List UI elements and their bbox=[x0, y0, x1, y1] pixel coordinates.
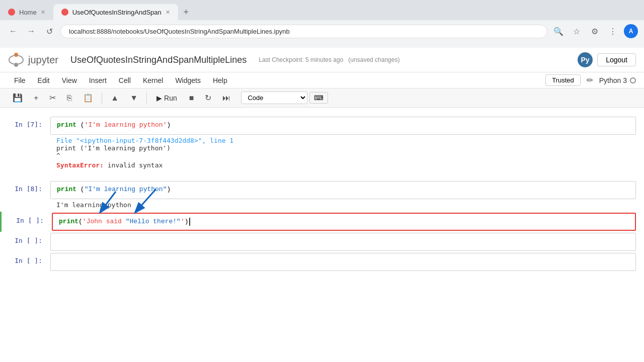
tab-notebook[interactable]: UseOfQuotesInStringAndSpan ✕ bbox=[53, 4, 178, 20]
save-icon: 💾 bbox=[13, 93, 23, 103]
menu-icon-btn[interactable]: ⋮ bbox=[606, 24, 620, 38]
bookmark-icon-btn[interactable]: ☆ bbox=[570, 24, 584, 38]
new-tab-button[interactable]: + bbox=[178, 4, 194, 20]
tab-home[interactable]: Home ✕ bbox=[0, 4, 53, 20]
cell-active-outer-quote: ' bbox=[83, 218, 87, 225]
cell-8-prompt: In [8]: bbox=[0, 181, 50, 211]
cell-7-output: File "<ipython-input-7-3f8f443d2dd8>", l… bbox=[50, 135, 636, 171]
cell-active-inner-text: Hello there! bbox=[129, 218, 177, 225]
arrow-up-icon: ▲ bbox=[111, 94, 119, 103]
cell-7-string: 'I'm learning python' bbox=[85, 121, 167, 129]
arrow-down-icon: ▼ bbox=[130, 94, 138, 103]
menu-insert[interactable]: Insert bbox=[83, 74, 113, 86]
tab-notebook-close[interactable]: ✕ bbox=[166, 9, 170, 16]
menu-file[interactable]: File bbox=[8, 74, 32, 86]
add-cell-button[interactable]: + bbox=[29, 91, 43, 105]
cell-8-keyword: print bbox=[57, 186, 76, 193]
paste-button[interactable]: 📋 bbox=[78, 90, 98, 105]
cell-8-output: I'm learning python bbox=[50, 199, 636, 211]
logout-button[interactable]: Logout bbox=[597, 53, 636, 66]
unsaved-text: (unsaved changes) bbox=[348, 56, 399, 63]
spacer-1 bbox=[0, 172, 644, 180]
svg-text:Py: Py bbox=[581, 56, 590, 64]
menu-cell[interactable]: Cell bbox=[113, 74, 137, 86]
fast-forward-icon: ⏭ bbox=[222, 94, 230, 103]
kernel-status-circle bbox=[630, 77, 636, 83]
run-button[interactable]: ▶ Run bbox=[151, 92, 183, 105]
jupyter-header: jupyter UseOfQuotesInStringAndSpanMultip… bbox=[0, 48, 644, 72]
cell-active-container: In [ ]: print('John said "Hello there!"'… bbox=[0, 212, 644, 232]
cut-button[interactable]: ✂ bbox=[45, 90, 60, 105]
cell-type-select[interactable]: Code Markdown Raw NBConvert bbox=[241, 92, 307, 104]
cell-active-prompt: In [ ]: bbox=[2, 213, 52, 231]
cell-8-code[interactable]: print ("I'm learning python") bbox=[50, 181, 636, 199]
extensions-icon-btn[interactable]: ⚙ bbox=[588, 24, 602, 38]
trusted-button[interactable]: Trusted bbox=[545, 74, 581, 86]
cell-7-syntax-error-label: SyntaxError: bbox=[56, 161, 104, 169]
menu-bar: File Edit View Insert Cell Kernel Widget… bbox=[0, 72, 644, 88]
cell-empty2-wrapper: In [ ]: bbox=[0, 252, 644, 272]
cell-8-wrapper: In [8]: print ("I'm learning python") I'… bbox=[0, 180, 644, 212]
url-bar[interactable]: localhost:8888/notebooks/UseOfQuotesInSt… bbox=[60, 25, 547, 38]
menu-right: Trusted ✏ Python 3 bbox=[545, 73, 636, 87]
cell-empty2-code[interactable] bbox=[50, 253, 636, 271]
stop-button[interactable]: ■ bbox=[185, 91, 199, 105]
menu-help[interactable]: Help bbox=[207, 74, 233, 86]
cell-active-close-paren: ) bbox=[185, 218, 189, 225]
cell-active-content: print('John said "Hello there!"') bbox=[52, 213, 636, 231]
kernel-indicator: Python 3 bbox=[599, 76, 636, 84]
cell-7-content: print ('I'm learning python') File "<ipy… bbox=[50, 117, 636, 171]
profile-avatar[interactable]: A bbox=[624, 24, 638, 38]
restart-button[interactable]: ↻ bbox=[200, 90, 216, 105]
toolbar: 💾 + ✂ ⎘ 📋 ▲ ▼ ▶ Run bbox=[0, 88, 644, 108]
cell-active-wrapper: In [ ]: print('John said "Hello there!"'… bbox=[0, 212, 644, 232]
cell-7-code[interactable]: print ('I'm learning python') bbox=[50, 117, 636, 135]
cell-7-error-file: File "<ipython-input-7-3f8f443d2dd8>", l… bbox=[56, 137, 636, 144]
jupyter-container: jupyter UseOfQuotesInStringAndSpanMultip… bbox=[0, 48, 644, 362]
cell-7-prompt: In [7]: bbox=[0, 117, 50, 171]
jupyter-logo-icon bbox=[8, 52, 24, 68]
menu-widgets[interactable]: Widgets bbox=[169, 74, 207, 86]
toolbar-separator-2 bbox=[146, 92, 147, 104]
plus-icon: + bbox=[34, 94, 38, 103]
keyboard-shortcuts-button[interactable]: ⌨ bbox=[309, 92, 328, 104]
search-icon-btn[interactable]: 🔍 bbox=[551, 24, 566, 38]
kernel-name: Python 3 bbox=[599, 76, 627, 84]
header-right: Py Logout bbox=[577, 52, 636, 68]
run-label: Run bbox=[164, 94, 177, 102]
tab-home-close[interactable]: ✕ bbox=[41, 9, 45, 16]
restart-run-button[interactable]: ⏭ bbox=[218, 91, 235, 105]
move-down-button[interactable]: ▼ bbox=[125, 91, 142, 105]
keyboard-icon: ⌨ bbox=[314, 94, 324, 102]
tab-home-label: Home bbox=[19, 9, 37, 16]
cell-7-syntax-error-msg: invalid syntax bbox=[108, 161, 163, 169]
cell-7-wrapper: In [7]: print ('I'm learning python') Fi… bbox=[0, 116, 644, 172]
cell-active-text1: John said bbox=[87, 218, 126, 225]
cell-active-keyword: print bbox=[59, 218, 78, 225]
back-button[interactable]: ← bbox=[6, 24, 20, 38]
forward-button[interactable]: → bbox=[24, 24, 38, 38]
cursor-caret bbox=[189, 218, 190, 226]
cell-7-error-caret: ^ bbox=[56, 152, 636, 159]
menu-edit[interactable]: Edit bbox=[32, 74, 56, 86]
cell-empty2-prompt: In [ ]: bbox=[0, 253, 50, 271]
menu-view[interactable]: View bbox=[56, 74, 83, 86]
cell-8-output-text: I'm learning python bbox=[56, 201, 636, 209]
cell-active-outer-quote2: ' bbox=[181, 218, 185, 225]
notebook-title[interactable]: UseOfQuotesInStringAndSpanMultipleLines bbox=[70, 55, 247, 65]
notebook-area[interactable]: In [7]: print ('I'm learning python') Fi… bbox=[0, 108, 644, 362]
cell-empty1-code[interactable] bbox=[50, 233, 636, 251]
cell-active-code[interactable]: print('John said "Hello there!"') bbox=[52, 213, 636, 231]
move-up-button[interactable]: ▲ bbox=[106, 91, 123, 105]
browser-icons: 🔍 ☆ ⚙ ⋮ A bbox=[551, 24, 638, 38]
cell-7-paren-close: ) bbox=[167, 121, 171, 129]
cell-7-keyword: print bbox=[57, 121, 76, 129]
reload-button[interactable]: ↺ bbox=[42, 24, 56, 38]
menu-kernel[interactable]: Kernel bbox=[137, 74, 169, 86]
cell-8-content: print ("I'm learning python") I'm learni… bbox=[50, 181, 636, 211]
copy-button[interactable]: ⎘ bbox=[62, 91, 76, 105]
cell-empty2-content bbox=[50, 253, 636, 271]
save-button[interactable]: 💾 bbox=[8, 90, 27, 105]
edit-mode-button[interactable]: ✏ bbox=[585, 73, 595, 87]
url-text: localhost:8888/notebooks/UseOfQuotesInSt… bbox=[69, 28, 290, 35]
